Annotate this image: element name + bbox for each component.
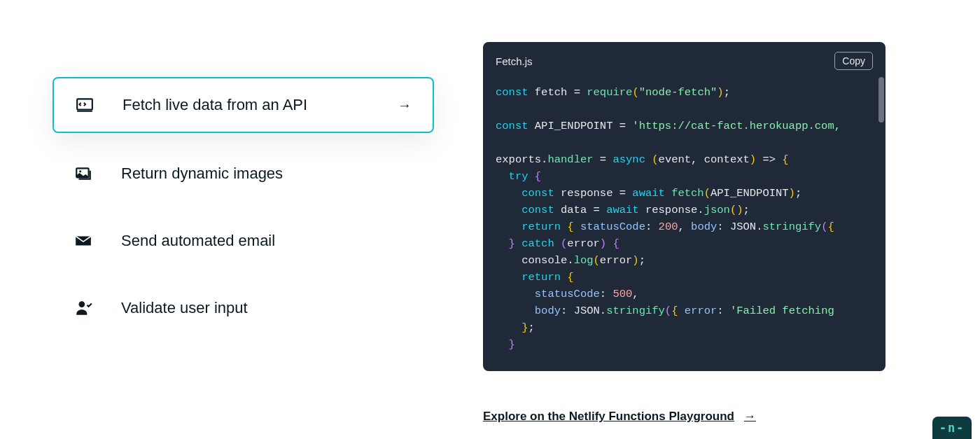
envelope-icon xyxy=(74,231,93,251)
options-list: Fetch live data from an API → Return dyn… xyxy=(0,42,434,424)
arrow-right-icon: → xyxy=(398,97,412,113)
images-icon xyxy=(74,164,93,183)
arrow-right-icon: → xyxy=(744,410,756,424)
code-terminal-icon xyxy=(75,95,94,115)
option-automated-email[interactable]: Send automated email xyxy=(52,214,434,267)
code-panel: Fetch.js Copy const fetch = require("nod… xyxy=(483,42,886,424)
user-check-icon xyxy=(74,298,93,318)
copy-button[interactable]: Copy xyxy=(834,52,873,70)
svg-point-3 xyxy=(79,170,81,172)
netlify-badge[interactable]: -n- xyxy=(932,417,972,439)
option-label: Send automated email xyxy=(121,232,413,250)
explore-playground-link[interactable]: Explore on the Netlify Functions Playgro… xyxy=(483,410,756,424)
option-dynamic-images[interactable]: Return dynamic images xyxy=(52,147,434,200)
svg-point-4 xyxy=(79,301,85,307)
code-content[interactable]: const fetch = require("node-fetch"); con… xyxy=(483,76,886,370)
option-label: Return dynamic images xyxy=(121,165,413,183)
scrollbar-thumb[interactable] xyxy=(878,77,884,123)
option-validate-input[interactable]: Validate user input xyxy=(52,281,434,335)
option-label: Validate user input xyxy=(121,299,413,317)
explore-link-label: Explore on the Netlify Functions Playgro… xyxy=(483,410,734,424)
option-label: Fetch live data from an API xyxy=(122,96,391,114)
code-filename: Fetch.js xyxy=(496,55,533,67)
code-block: Fetch.js Copy const fetch = require("nod… xyxy=(483,42,886,371)
option-fetch-api[interactable]: Fetch live data from an API → xyxy=(52,77,434,133)
